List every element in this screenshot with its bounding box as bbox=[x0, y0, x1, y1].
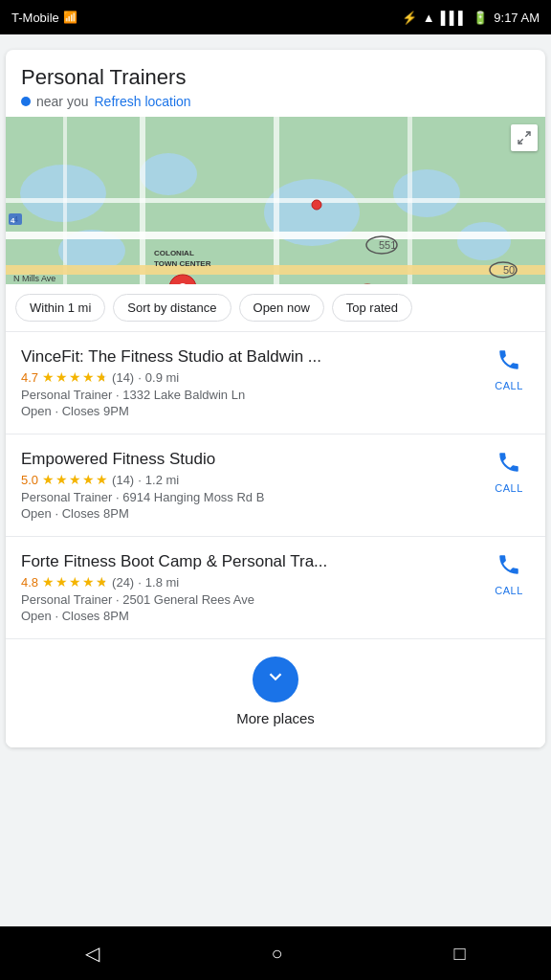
recent-apps-button[interactable]: □ bbox=[453, 943, 465, 965]
place-info-2: Empowered Fitness Studio 5.0 ★ ★ ★ ★ ★ (… bbox=[21, 450, 476, 521]
filter-open-now[interactable]: Open now bbox=[239, 294, 324, 322]
filter-top-rated[interactable]: Top rated bbox=[332, 294, 412, 322]
place-hours-1: Open · Closes 9PM bbox=[21, 404, 476, 418]
place-name-3: Forte Fitness Boot Camp & Personal Tra..… bbox=[21, 552, 476, 571]
svg-text:COLONIAL: COLONIAL bbox=[154, 249, 194, 257]
stars-3: ★ ★ ★ ★ ★★ bbox=[42, 574, 108, 590]
review-count-3: (24) bbox=[112, 575, 134, 590]
call-button-3[interactable]: CALL bbox=[488, 552, 530, 596]
carrier-icon: 📶 bbox=[63, 11, 77, 24]
search-header: Personal Trainers near you Refresh locat… bbox=[6, 50, 545, 117]
carrier-name: T-Mobile bbox=[11, 11, 59, 25]
distance-val-1: 0.9 mi bbox=[145, 370, 179, 385]
filter-bar: Within 1 mi Sort by distance Open now To… bbox=[6, 284, 545, 332]
signal-icon: ▌▌▌ bbox=[441, 11, 468, 25]
place-details-1: Personal Trainer · 1332 Lake Baldwin Ln bbox=[21, 388, 476, 402]
svg-rect-13 bbox=[6, 265, 545, 275]
svg-text:N Mills Ave: N Mills Ave bbox=[13, 274, 55, 283]
distance-1: · bbox=[138, 370, 142, 385]
place-info-1: VinceFit: The Fitness Studio at Baldwin … bbox=[21, 347, 476, 418]
review-count-2: (14) bbox=[112, 473, 134, 487]
review-count-1: (14) bbox=[112, 370, 134, 385]
more-places-button[interactable]: More places bbox=[6, 639, 545, 747]
svg-rect-9 bbox=[140, 117, 145, 284]
location-text: near you bbox=[36, 94, 88, 109]
filter-sort-distance[interactable]: Sort by distance bbox=[113, 294, 231, 322]
map-svg: 50 551 N Mills Ave COLONIAL TOWN CENTER … bbox=[6, 117, 545, 284]
home-button[interactable]: ○ bbox=[271, 943, 282, 965]
svg-point-2 bbox=[140, 153, 197, 195]
place-details-2: Personal Trainer · 6914 Hanging Moss Rd … bbox=[21, 490, 476, 504]
battery-icon: 🔋 bbox=[473, 11, 488, 25]
svg-line-36 bbox=[518, 139, 523, 144]
carrier-info: T-Mobile 📶 bbox=[11, 11, 77, 25]
svg-rect-11 bbox=[408, 117, 412, 284]
wifi-icon: ▲ bbox=[423, 11, 435, 25]
stars-1: ★ ★ ★ ★ ★★ bbox=[42, 369, 108, 385]
place-item-1[interactable]: VinceFit: The Fitness Studio at Baldwin … bbox=[6, 332, 545, 434]
svg-line-35 bbox=[525, 132, 530, 137]
place-rating-row-1: 4.7 ★ ★ ★ ★ ★★ (14) · 0.9 mi bbox=[21, 369, 476, 385]
distance-val-3: 1.8 mi bbox=[145, 575, 179, 590]
place-info-3: Forte Fitness Boot Camp & Personal Tra..… bbox=[21, 552, 476, 623]
phone-icon-3 bbox=[496, 552, 521, 583]
bluetooth-icon: ⚡ bbox=[402, 11, 417, 25]
svg-point-5 bbox=[457, 222, 511, 260]
status-icons: ⚡ ▲ ▌▌▌ 🔋 9:17 AM bbox=[402, 11, 540, 25]
svg-point-4 bbox=[393, 169, 460, 217]
rating-number-2: 5.0 bbox=[21, 473, 38, 487]
more-places-icon-btn[interactable] bbox=[253, 657, 298, 702]
place-details-3: Personal Trainer · 2501 General Rees Ave bbox=[21, 592, 476, 607]
stars-2: ★ ★ ★ ★ ★ bbox=[42, 472, 108, 487]
place-list: VinceFit: The Fitness Studio at Baldwin … bbox=[6, 332, 545, 747]
place-name-2: Empowered Fitness Studio bbox=[21, 450, 476, 469]
place-rating-row-2: 5.0 ★ ★ ★ ★ ★ (14) · 1.2 mi bbox=[21, 472, 476, 487]
chevron-down-icon bbox=[265, 666, 286, 693]
phone-icon-2 bbox=[496, 450, 521, 480]
svg-text:4: 4 bbox=[11, 216, 15, 225]
back-button[interactable]: ◁ bbox=[85, 942, 99, 965]
place-hours-3: Open · Closes 8PM bbox=[21, 609, 476, 623]
svg-rect-12 bbox=[63, 117, 67, 284]
place-rating-row-3: 4.8 ★ ★ ★ ★ ★★ (24) · 1.8 mi bbox=[21, 574, 476, 590]
rating-number-1: 4.7 bbox=[21, 370, 38, 385]
svg-point-28 bbox=[312, 200, 321, 210]
time-display: 9:17 AM bbox=[494, 11, 540, 25]
distance-val-2: 1.2 mi bbox=[145, 473, 179, 487]
map-expand-button[interactable] bbox=[511, 124, 538, 151]
svg-rect-10 bbox=[274, 117, 279, 284]
map-container[interactable]: 50 551 N Mills Ave COLONIAL TOWN CENTER … bbox=[6, 117, 545, 284]
refresh-location-button[interactable]: Refresh location bbox=[94, 94, 190, 109]
phone-icon-1 bbox=[496, 347, 521, 378]
svg-text:551: 551 bbox=[379, 239, 396, 251]
place-hours-2: Open · Closes 8PM bbox=[21, 506, 476, 521]
navigation-bar: ◁ ○ □ bbox=[0, 926, 551, 980]
filter-within[interactable]: Within 1 mi bbox=[15, 294, 105, 322]
status-bar: T-Mobile 📶 ⚡ ▲ ▌▌▌ 🔋 9:17 AM bbox=[0, 0, 551, 34]
page-title: Personal Trainers bbox=[21, 65, 530, 90]
call-label-3: CALL bbox=[495, 585, 523, 596]
more-places-label: More places bbox=[236, 710, 315, 726]
place-item-3[interactable]: Forte Fitness Boot Camp & Personal Tra..… bbox=[6, 537, 545, 639]
location-dot-icon bbox=[21, 97, 31, 106]
main-card: Personal Trainers near you Refresh locat… bbox=[6, 50, 545, 747]
location-row: near you Refresh location bbox=[21, 94, 530, 109]
place-item-2[interactable]: Empowered Fitness Studio 5.0 ★ ★ ★ ★ ★ (… bbox=[6, 434, 545, 537]
call-button-2[interactable]: CALL bbox=[488, 450, 530, 494]
svg-text:TOWN CENTER: TOWN CENTER bbox=[154, 259, 211, 268]
rating-number-3: 4.8 bbox=[21, 575, 38, 590]
place-name-1: VinceFit: The Fitness Studio at Baldwin … bbox=[21, 347, 476, 367]
call-label-1: CALL bbox=[495, 380, 523, 391]
call-label-2: CALL bbox=[495, 482, 523, 494]
svg-text:50: 50 bbox=[503, 264, 515, 276]
call-button-1[interactable]: CALL bbox=[488, 347, 530, 391]
